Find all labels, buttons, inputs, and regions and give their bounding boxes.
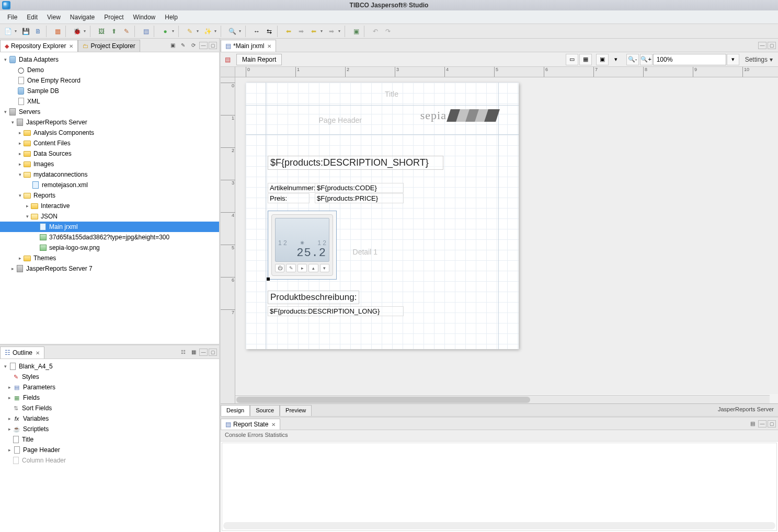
tab-design[interactable]: Design bbox=[221, 405, 250, 416]
design-canvas[interactable]: 0 1 2 3 4 5 6 7 8 9 10 11 12 13 0 1 2 3 … bbox=[221, 67, 778, 403]
tab-repository-explorer[interactable]: ◆ Repository Explorer ✕ bbox=[0, 40, 78, 52]
menu-navigate[interactable]: Navigate bbox=[66, 11, 99, 23]
repo-edit-button[interactable]: ✎ bbox=[178, 41, 188, 50]
repository-tree[interactable]: ▾Data Adapters ◯Demo One Empty Record Sa… bbox=[0, 52, 219, 344]
tree-main-jrxml[interactable]: Main jrxml bbox=[0, 222, 219, 232]
band-page-header[interactable]: Page Header sepia bbox=[246, 106, 519, 135]
outline-column-header[interactable]: Column Header bbox=[0, 455, 219, 466]
tab-project-explorer[interactable]: 🗀 Project Explorer bbox=[78, 40, 140, 52]
main-report-button[interactable]: Main Report bbox=[236, 54, 282, 65]
tree-analysis[interactable]: ▸Analysis Components bbox=[0, 128, 219, 138]
nav-back-button[interactable]: ⬅ bbox=[283, 26, 294, 37]
dropdown-icon[interactable]: ▾ bbox=[610, 54, 622, 65]
text-button[interactable]: ⇆ bbox=[264, 26, 275, 37]
zoom-input[interactable]: 100% bbox=[653, 54, 726, 65]
h-scrollbar[interactable] bbox=[235, 395, 770, 403]
tree-mydata[interactable]: ▾mydataconnections bbox=[0, 169, 219, 180]
tab-source[interactable]: Source bbox=[250, 405, 280, 416]
tree-json[interactable]: ▾JSON bbox=[0, 211, 219, 222]
tree-content-files[interactable]: ▸Content Files bbox=[0, 138, 219, 148]
band-title[interactable]: Title bbox=[246, 83, 519, 106]
maximize-icon[interactable]: ▢ bbox=[209, 349, 217, 356]
field-code[interactable]: $F{products:CODE} bbox=[315, 183, 404, 193]
tab-outline[interactable]: ☷ Outline ✕ bbox=[0, 346, 44, 358]
close-icon[interactable]: ✕ bbox=[271, 422, 276, 427]
minimize-icon[interactable]: — bbox=[199, 349, 208, 356]
close-icon[interactable]: ✕ bbox=[36, 350, 40, 356]
repo-add-button[interactable]: ▣ bbox=[168, 41, 177, 50]
menu-project[interactable]: Project bbox=[100, 11, 128, 23]
menu-edit[interactable]: Edit bbox=[22, 11, 42, 23]
band-detail[interactable]: Detail 1 $F{products:DESCRIPTION_SHORT} … bbox=[246, 135, 519, 333]
edit-button[interactable]: ✎ bbox=[121, 26, 132, 37]
h-scrollbar[interactable] bbox=[223, 522, 775, 529]
label-produktbeschreibung[interactable]: Produktbeschreibung: bbox=[268, 291, 359, 304]
tree-sample-db[interactable]: Sample DB bbox=[0, 86, 219, 96]
layout-h-button[interactable]: ▭ bbox=[566, 54, 578, 65]
tree-jr-server7[interactable]: ▸JasperReports Server 7 bbox=[0, 263, 219, 274]
tree-jr-server[interactable]: ▾JasperReports Server bbox=[0, 117, 219, 128]
tree-data-sources[interactable]: ▸Data Sources bbox=[0, 148, 219, 159]
zoom-in-button[interactable]: 🔍+ bbox=[640, 54, 653, 65]
compile-button[interactable]: ▣ bbox=[350, 26, 362, 37]
nav-last-button[interactable]: ⬅ bbox=[308, 26, 319, 37]
tree-interactive[interactable]: ▸Interactive bbox=[0, 201, 219, 211]
new-button[interactable]: 📄 bbox=[2, 26, 14, 37]
field-desc-long[interactable]: $F{products:DESCRIPTION_LONG} bbox=[268, 306, 404, 316]
tree-remotejson[interactable]: remotejason.xml bbox=[0, 180, 219, 190]
wand-button[interactable]: ✨ bbox=[202, 26, 213, 37]
tree-data-adapters[interactable]: ▾Data Adapters bbox=[0, 54, 219, 65]
label-preis[interactable]: Preis: bbox=[268, 193, 310, 203]
outline-page-header[interactable]: ▸Page Header bbox=[0, 445, 219, 455]
outline-sort-fields[interactable]: ⇅Sort Fields bbox=[0, 403, 219, 413]
status-link[interactable]: JasperReports Server bbox=[714, 404, 778, 416]
tab-main-jrxml[interactable]: ▤ *Main jrxml ✕ bbox=[221, 40, 276, 52]
dataset-button[interactable]: ▦ bbox=[579, 54, 592, 65]
outline-scriptlets[interactable]: ▸☕Scriptlets bbox=[0, 424, 219, 434]
tree-xml[interactable]: XML bbox=[0, 96, 219, 107]
dataset-button[interactable]: ▤ bbox=[140, 26, 152, 37]
outline-variables[interactable]: ▸fxVariables bbox=[0, 413, 219, 424]
export-button[interactable]: ⬆ bbox=[108, 26, 120, 37]
selection-handle[interactable] bbox=[267, 277, 270, 281]
minimize-icon[interactable]: — bbox=[199, 42, 208, 49]
outline-thumb-button[interactable]: ▦ bbox=[189, 348, 198, 357]
menu-help[interactable]: Help bbox=[161, 11, 182, 23]
cursor-button[interactable]: ↔ bbox=[251, 26, 262, 37]
brush-button[interactable]: ✎ bbox=[184, 26, 196, 37]
close-icon[interactable]: ✕ bbox=[267, 43, 271, 49]
tab-preview[interactable]: Preview bbox=[280, 405, 312, 416]
outline-styles[interactable]: ✎Styles bbox=[0, 372, 219, 382]
save-all-button[interactable]: 🗎 bbox=[32, 26, 44, 37]
report-page[interactable]: Title Page Header sepia bbox=[246, 83, 519, 349]
nav-next-button[interactable]: ➡ bbox=[326, 26, 337, 37]
tree-reports[interactable]: ▾Reports bbox=[0, 190, 219, 201]
close-icon[interactable]: ✕ bbox=[69, 43, 73, 49]
tree-thumb-img[interactable]: 37d65fa155dad3862?type=jpg&height=300 bbox=[0, 232, 219, 242]
outline-tree-button[interactable]: ☷ bbox=[178, 348, 188, 357]
outline-fields[interactable]: ▸▦Fields bbox=[0, 392, 219, 403]
maximize-icon[interactable]: ▢ bbox=[768, 42, 776, 49]
menu-window[interactable]: Window bbox=[129, 11, 160, 23]
label-artikelnummer[interactable]: Artikelnummer: bbox=[268, 183, 317, 193]
logo-image[interactable]: sepia bbox=[420, 109, 498, 122]
repo-refresh-button[interactable]: ⟳ bbox=[189, 41, 198, 50]
outline-tree[interactable]: ▾Blank_A4_5 ✎Styles ▸▤Parameters ▸▦Field… bbox=[0, 359, 219, 518]
image-element[interactable]: 1 2✷1 2 25.2 ⏻✎▸▴▾ bbox=[268, 211, 337, 280]
nav-fwd-button[interactable]: ➡ bbox=[295, 26, 307, 37]
build-button[interactable]: ▦ bbox=[52, 26, 63, 37]
zoom-dropdown[interactable]: ▾ bbox=[727, 54, 739, 65]
outline-title[interactable]: Title bbox=[0, 434, 219, 445]
tab-report-state[interactable]: ▤ Report State ✕ bbox=[221, 419, 280, 430]
maximize-icon[interactable]: ▢ bbox=[768, 420, 776, 427]
tree-logo-img[interactable]: sepia-logo-sw.png bbox=[0, 242, 219, 253]
debug-button[interactable]: 🐞 bbox=[71, 26, 83, 37]
field-desc-short[interactable]: $F{products:DESCRIPTION_SHORT} bbox=[268, 156, 443, 170]
tree-demo[interactable]: ◯Demo bbox=[0, 65, 219, 75]
tree-images[interactable]: ▸Images bbox=[0, 159, 219, 169]
report-state-subtabs[interactable]: Console Errors Statistics bbox=[221, 430, 778, 442]
report-button[interactable]: 🖼 bbox=[96, 26, 107, 37]
menu-file[interactable]: File bbox=[3, 11, 21, 23]
field-price[interactable]: $F{products:PRICE} bbox=[315, 193, 404, 203]
minimize-icon[interactable]: — bbox=[758, 42, 766, 49]
